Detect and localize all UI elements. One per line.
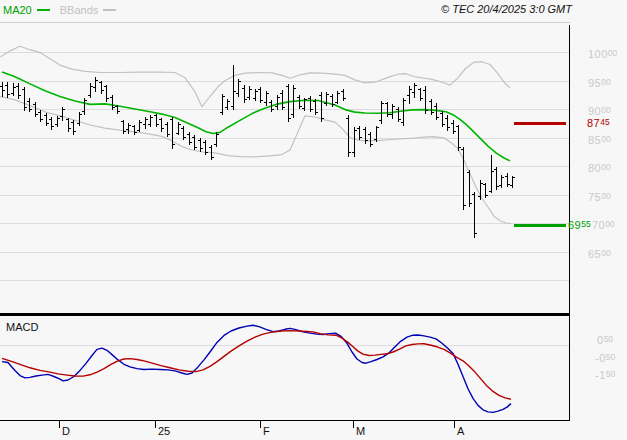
price-axis-label: 10000 bbox=[588, 49, 617, 61]
panel-separator bbox=[0, 313, 570, 316]
price-level-label: 6955 bbox=[568, 220, 591, 232]
macd-macd-line bbox=[2, 325, 511, 412]
price-axis-label: 7000 bbox=[592, 220, 615, 232]
price-axis-label: 9500 bbox=[588, 78, 611, 90]
price-axis-label: 8500 bbox=[588, 135, 611, 147]
month-label: M bbox=[356, 426, 365, 437]
macd-axis-label: -050 bbox=[595, 353, 615, 365]
macd-panel-label: MACD bbox=[6, 321, 38, 333]
price-axis-label: 7500 bbox=[588, 192, 611, 204]
macd-axis-label: 050 bbox=[597, 335, 613, 347]
month-label: 25 bbox=[158, 426, 170, 437]
bollinger-lower-band-line bbox=[0, 97, 511, 224]
macd-signal-line bbox=[2, 331, 511, 400]
macd-axis-label: -150 bbox=[595, 370, 615, 382]
chart-root: MA20 BBands © TEC 20/4/2025 3:0 GMT MACD… bbox=[0, 0, 627, 440]
month-label: D bbox=[62, 426, 70, 437]
ma20-line bbox=[2, 72, 510, 161]
price-and-macd-chart bbox=[0, 0, 627, 440]
price-axis-label: 8000 bbox=[588, 163, 611, 175]
price-axis-label: 6500 bbox=[588, 249, 611, 261]
month-label: F bbox=[263, 426, 270, 437]
month-label: A bbox=[457, 426, 464, 437]
price-level-label: 8745 bbox=[587, 118, 610, 130]
